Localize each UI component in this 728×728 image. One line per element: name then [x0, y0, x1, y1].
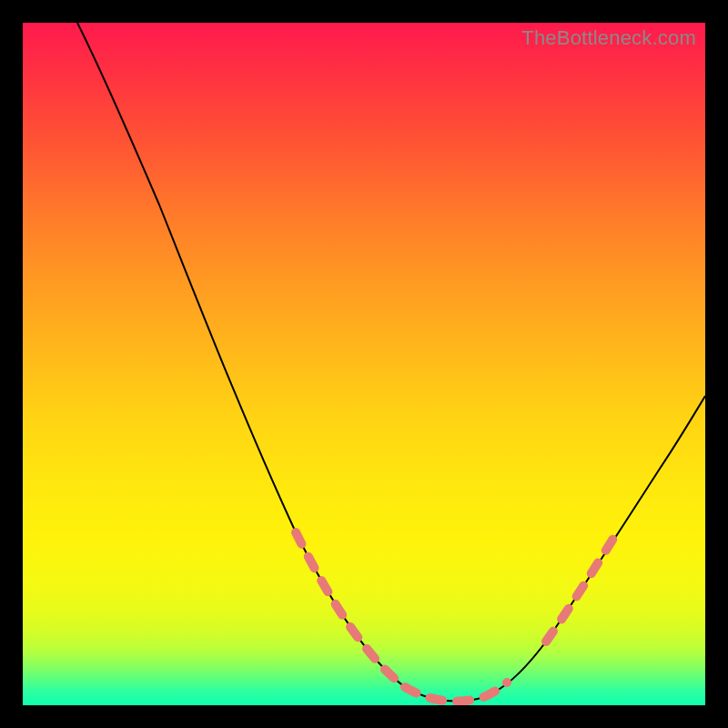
- left-dash-segment: [296, 532, 405, 687]
- valley-dash-segment: [405, 682, 507, 702]
- plot-area: TheBottleneck.com: [23, 23, 705, 705]
- chart-frame: TheBottleneck.com: [0, 0, 728, 728]
- bottleneck-curve: [77, 23, 705, 702]
- curve-svg: [23, 23, 705, 705]
